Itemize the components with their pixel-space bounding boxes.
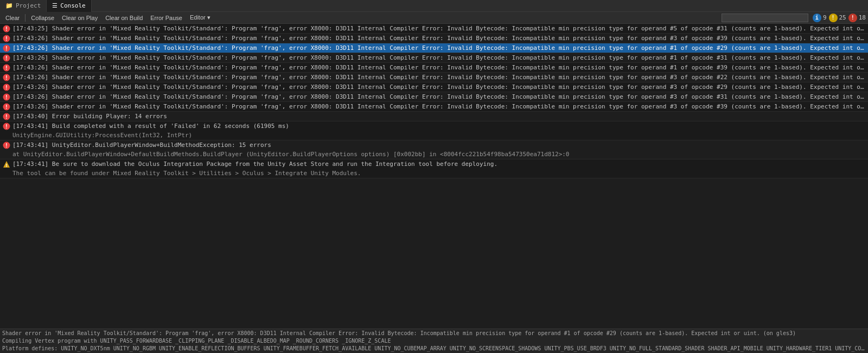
table-row[interactable]: ![17:43:26] Shader error in 'Mixed Reali…: [0, 43, 868, 53]
svg-text:!: !: [5, 36, 7, 42]
error-icon: !: [2, 122, 11, 131]
table-row[interactable]: ![17:43:26] Shader error in 'Mixed Reali…: [0, 92, 868, 102]
error-icon: !: [2, 34, 11, 43]
table-row[interactable]: ![17:43:26] Shader error in 'Mixed Reali…: [0, 82, 868, 92]
tab-project-label: Project: [16, 2, 41, 9]
info-count: 9: [823, 14, 827, 21]
table-row[interactable]: ![17:43:41] UnityEditor.BuildPlayerWindo…: [0, 140, 868, 159]
log-text-primary: [17:43:41] Be sure to download the Oculu…: [12, 159, 497, 169]
svg-text:!: !: [5, 94, 7, 100]
log-text: [17:43:26] Shader error in 'Mixed Realit…: [12, 63, 866, 72]
error-icon: !: [2, 112, 11, 121]
warning-icon: !: [2, 160, 11, 169]
tab-bar: 📁 Project ☰ Console: [0, 0, 868, 12]
clear-button[interactable]: Clear: [2, 13, 23, 23]
svg-text:!: !: [5, 75, 7, 81]
clear-on-play-button[interactable]: Clear on Play: [59, 13, 101, 23]
svg-text:!: !: [6, 163, 8, 168]
svg-text:!: !: [5, 85, 7, 91]
table-row[interactable]: ![17:43:26] Shader error in 'Mixed Reali…: [0, 34, 868, 43]
log-text-primary: [17:43:41] UnityEditor.BuildPlayerWindow…: [12, 140, 570, 150]
status-line-3: Platform defines: UNITY_NO_DXT5nm UNITY_…: [2, 345, 866, 352]
editor-dropdown-button[interactable]: Editor ▾: [187, 13, 214, 23]
status-line-1: Shader error in 'Mixed Reality Toolkit/S…: [2, 330, 866, 337]
log-text: [17:43:26] Shader error in 'Mixed Realit…: [12, 43, 866, 53]
error-count: 18: [859, 14, 866, 21]
toolbar: Clear Collapse Clear on Play Clear on Bu…: [0, 12, 868, 24]
svg-text:!: !: [5, 26, 7, 32]
log-text-primary: [17:43:41] Build completed with a result…: [12, 121, 289, 131]
log-text: [17:43:26] Shader error in 'Mixed Realit…: [12, 53, 866, 62]
project-tab-icon: 📁: [5, 2, 13, 9]
log-text-secondary: UnityEngine.GUIUtility:ProcessEvent(Int3…: [12, 131, 289, 140]
error-icon: !: [2, 63, 11, 72]
table-row[interactable]: ![17:43:41] Build completed with a resul…: [0, 121, 868, 140]
log-text-secondary: The tool can be found under Mixed Realit…: [12, 169, 497, 178]
error-icon-symbol: !: [851, 15, 854, 21]
log-text: [17:43:26] Shader error in 'Mixed Realit…: [12, 34, 866, 43]
svg-text:!: !: [5, 143, 7, 149]
error-icon: !: [2, 24, 11, 33]
status-line-2: Compiling Vertex program with UNITY_PASS…: [2, 337, 866, 345]
error-pause-button[interactable]: Error Pause: [147, 13, 186, 23]
table-row[interactable]: ![17:43:40] Error building Player: 14 er…: [0, 112, 868, 121]
error-badge[interactable]: ! 18: [848, 14, 866, 22]
table-row[interactable]: ![17:43:26] Shader error in 'Mixed Reali…: [0, 102, 868, 112]
clear-on-build-button[interactable]: Clear on Build: [102, 13, 146, 23]
table-row[interactable]: ![17:43:25] Shader error in 'Mixed Reali…: [0, 24, 868, 34]
table-row[interactable]: ![17:43:26] Shader error in 'Mixed Reali…: [0, 73, 868, 82]
svg-text:!: !: [5, 46, 7, 52]
error-icon: !: [2, 54, 11, 62]
console-log-area[interactable]: ![17:43:25] Shader error in 'Mixed Reali…: [0, 24, 868, 329]
log-text: [17:43:26] Shader error in 'Mixed Realit…: [12, 73, 866, 82]
log-text: [17:43:40] Error building Player: 14 err…: [12, 112, 866, 121]
warning-count: 25: [839, 14, 846, 21]
info-badge-icon: i: [813, 14, 821, 22]
table-row[interactable]: ![17:43:26] Shader error in 'Mixed Reali…: [0, 53, 868, 63]
info-badge[interactable]: i 9: [813, 14, 827, 22]
tab-project[interactable]: 📁 Project: [0, 0, 47, 12]
table-row[interactable]: ![17:43:26] Shader error in 'Mixed Reali…: [0, 63, 868, 73]
badge-group: i 9 ! 25 ! 18: [813, 14, 866, 22]
error-icon: !: [2, 73, 11, 82]
error-icon: !: [2, 93, 11, 101]
svg-text:!: !: [5, 114, 7, 120]
error-icon: !: [2, 83, 11, 92]
error-icon: !: [2, 141, 11, 150]
warning-badge-icon: !: [829, 14, 838, 22]
svg-text:!: !: [5, 104, 7, 110]
log-text: [17:43:26] Shader error in 'Mixed Realit…: [12, 102, 866, 111]
info-icon-letter: i: [815, 15, 819, 21]
error-badge-icon: !: [848, 14, 857, 22]
separator-1: [25, 14, 25, 22]
tab-console-label: Console: [60, 2, 85, 9]
log-text: [17:43:26] Shader error in 'Mixed Realit…: [12, 82, 866, 92]
warning-icon-symbol: !: [831, 15, 834, 21]
log-text: [17:43:26] Shader error in 'Mixed Realit…: [12, 92, 866, 101]
collapse-button[interactable]: Collapse: [28, 13, 58, 23]
error-icon: !: [2, 44, 11, 53]
status-bar: Shader error in 'Mixed Reality Toolkit/S…: [0, 329, 868, 353]
warning-badge[interactable]: ! 25: [829, 14, 846, 22]
table-row[interactable]: ![17:43:41] Be sure to download the Ocul…: [0, 159, 868, 178]
svg-text:!: !: [5, 124, 7, 130]
search-area: [722, 14, 808, 22]
log-text: [17:43:25] Shader error in 'Mixed Realit…: [12, 24, 866, 33]
tab-console[interactable]: ☰ Console: [47, 0, 91, 12]
log-text-secondary: at UnityEditor.BuildPlayerWindow+Default…: [12, 150, 570, 159]
search-input[interactable]: [722, 14, 808, 22]
error-icon: !: [2, 102, 11, 111]
svg-text:!: !: [5, 65, 7, 71]
svg-text:!: !: [5, 55, 7, 61]
console-tab-icon: ☰: [52, 2, 58, 9]
